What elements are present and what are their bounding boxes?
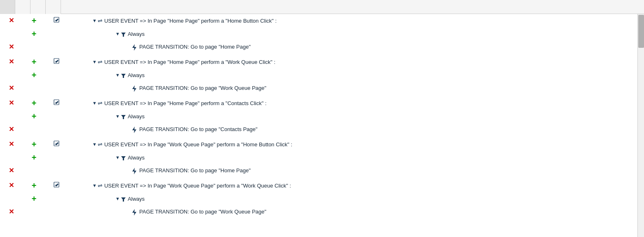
event-text: USER EVENT => In Page "Home Page" perfor… [104, 59, 275, 65]
edit-button[interactable] [46, 0, 61, 14]
add-condition-plus-icon[interactable]: + [32, 112, 37, 120]
delete-transition-icon[interactable]: ✕ [9, 126, 14, 133]
add-plus-icon[interactable]: + [32, 99, 37, 107]
svg-marker-8 [132, 127, 136, 133]
del-button[interactable] [15, 0, 30, 14]
condition-expand-icon[interactable]: ▼ [115, 31, 120, 36]
delete-x-icon[interactable]: ✕ [9, 17, 14, 24]
table-row: ✕ + ▼ ⇌ USER EVENT => In Page "Home Page… [0, 96, 637, 110]
table-row: ✕ + ▼ ⇌ USER EVENT => In Page "Home Page… [0, 14, 637, 27]
delete-transition-icon[interactable]: ✕ [9, 44, 14, 50]
svg-marker-2 [132, 44, 136, 51]
event-text: USER EVENT => In Page "Home Page" perfor… [104, 18, 277, 24]
table-row: ✕ + ▼ ⇌ USER EVENT => In Page "Home Page… [0, 55, 637, 68]
table-row: ✕ + ▼ ⇌ USER EVENT => In Page "Work Queu… [0, 138, 637, 151]
condition-label: Always [128, 31, 145, 37]
condition-expand-icon[interactable]: ▼ [115, 196, 120, 201]
add-plus-icon[interactable]: + [32, 181, 37, 190]
filter-icon [121, 195, 126, 202]
condition-expand-icon[interactable]: ▼ [115, 73, 120, 77]
add-condition-plus-icon[interactable]: + [32, 71, 37, 79]
bolt-icon [132, 208, 137, 215]
delete-x-icon[interactable]: ✕ [9, 100, 14, 106]
event-text: USER EVENT => In Page "Work Queue Page" … [104, 141, 293, 148]
expand-arrow-icon[interactable]: ▼ [92, 101, 97, 106]
event-text: USER EVENT => In Page "Work Queue Page" … [104, 183, 291, 189]
svg-marker-1 [121, 33, 126, 37]
content-area: ✕ + ▼ ⇌ USER EVENT => In Page "Home Page… [0, 14, 644, 237]
edit-icon[interactable] [54, 17, 60, 25]
add-plus-icon[interactable]: + [32, 140, 37, 148]
table-row: + ▼ Always [0, 192, 637, 205]
table-row: + ▼ Always [0, 68, 637, 82]
edit-icon[interactable] [54, 182, 60, 190]
svg-marker-4 [121, 74, 126, 78]
add-condition-plus-icon[interactable]: + [32, 195, 37, 203]
svg-marker-7 [121, 115, 126, 119]
stop-button[interactable] [0, 0, 15, 14]
transition-text: PAGE TRANSITION: Go to page "Home Page" [139, 44, 251, 50]
filter-icon [121, 72, 126, 78]
delete-x-icon[interactable]: ✕ [9, 59, 14, 65]
bolt-icon [132, 167, 137, 174]
table-row: + ▼ Always [0, 27, 637, 40]
condition-expand-icon[interactable]: ▼ [115, 155, 120, 160]
transition-arrows-icon: ⇌ [98, 100, 103, 106]
svg-marker-14 [132, 209, 136, 216]
transition-text: PAGE TRANSITION: Go to page "Contacts Pa… [139, 126, 258, 132]
table-row: ✕ PAGE TRANSITION: Go to page "Contacts … [0, 123, 637, 136]
table-row: ✕ PAGE TRANSITION: Go to page "Home Page… [0, 40, 637, 54]
edit-icon[interactable] [54, 141, 60, 148]
svg-marker-11 [132, 168, 136, 174]
transition-arrows-icon: ⇌ [98, 182, 103, 189]
bolt-icon [132, 43, 137, 50]
filter-icon [121, 31, 126, 37]
condition-label: Always [128, 72, 145, 78]
add-plus-icon[interactable]: + [32, 16, 37, 25]
delete-x-icon[interactable]: ✕ [9, 141, 14, 148]
svg-marker-13 [121, 197, 126, 202]
transition-text: PAGE TRANSITION: Go to page "Home Page" [139, 167, 251, 174]
transition-text: PAGE TRANSITION: Go to page "Work Queue … [139, 209, 266, 215]
table-row: ✕ + ▼ ⇌ USER EVENT => In Page "Work Queu… [0, 179, 637, 192]
svg-marker-10 [121, 156, 126, 160]
transition-arrows-icon: ⇌ [98, 141, 103, 148]
scrollbar-thumb[interactable] [638, 15, 644, 48]
bolt-icon [132, 126, 137, 133]
table-row: ✕ PAGE TRANSITION: Go to page "Home Page… [0, 164, 637, 177]
delete-transition-icon[interactable]: ✕ [9, 209, 14, 215]
add-button[interactable] [30, 0, 46, 14]
table-row: + ▼ Always [0, 110, 637, 123]
add-plus-icon[interactable]: + [32, 58, 37, 66]
event-list: ✕ + ▼ ⇌ USER EVENT => In Page "Home Page… [0, 14, 637, 237]
svg-marker-5 [132, 85, 136, 92]
delete-transition-icon[interactable]: ✕ [9, 85, 14, 92]
table-row: + ▼ Always [0, 151, 637, 164]
event-text: USER EVENT => In Page "Home Page" perfor… [104, 100, 267, 106]
expand-arrow-icon[interactable]: ▼ [92, 142, 97, 147]
filter-icon [121, 113, 126, 119]
bolt-icon [132, 84, 137, 92]
delete-transition-icon[interactable]: ✕ [9, 167, 14, 174]
edit-icon[interactable] [54, 58, 60, 66]
delete-x-icon[interactable]: ✕ [9, 182, 14, 189]
condition-expand-icon[interactable]: ▼ [115, 114, 120, 119]
scrollbar[interactable] [637, 14, 644, 237]
table-row: ✕ PAGE TRANSITION: Go to page "Work Queu… [0, 205, 637, 218]
transition-text: PAGE TRANSITION: Go to page "Work Queue … [139, 85, 266, 91]
transition-arrows-icon: ⇌ [98, 59, 103, 65]
condition-label: Always [128, 155, 145, 161]
transition-arrows-icon: ⇌ [98, 17, 103, 24]
table-row: ✕ PAGE TRANSITION: Go to page "Work Queu… [0, 82, 637, 95]
filter-icon [121, 154, 126, 160]
expand-arrow-icon[interactable]: ▼ [92, 183, 97, 188]
condition-label: Always [128, 196, 145, 202]
toolbar [0, 0, 644, 14]
add-condition-plus-icon[interactable]: + [32, 153, 37, 162]
expand-arrow-icon[interactable]: ▼ [92, 18, 97, 23]
condition-label: Always [128, 113, 145, 120]
add-condition-plus-icon[interactable]: + [32, 30, 37, 38]
expand-arrow-icon[interactable]: ▼ [92, 59, 97, 64]
edit-icon[interactable] [54, 99, 60, 107]
